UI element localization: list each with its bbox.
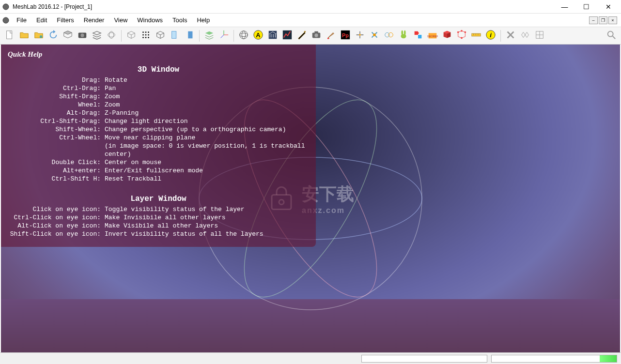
puzzle-icon [413, 30, 423, 42]
mdi-restore-button[interactable]: ❐ [599, 16, 607, 24]
menu-filters[interactable]: Filters [52, 15, 78, 26]
qh-key: Wheel: [8, 101, 105, 109]
svg-point-36 [373, 33, 376, 36]
svg-point-41 [404, 30, 406, 35]
register-icon [369, 30, 380, 42]
tool-knife[interactable] [295, 29, 309, 43]
tool-select-vert[interactable] [455, 29, 468, 43]
svg-rect-51 [472, 33, 481, 36]
tool-edit-wire[interactable] [518, 29, 532, 43]
tool-points[interactable] [139, 29, 153, 43]
svg-point-35 [359, 34, 361, 36]
qh-row: Shift-Wheel:Change perspective (up to a … [8, 125, 309, 134]
tool-select-face[interactable] [440, 29, 454, 43]
minimize-button[interactable]: — [554, 0, 575, 14]
tool-wireframe[interactable] [154, 29, 167, 43]
tool-import[interactable] [61, 29, 75, 43]
tool-paint[interactable] [324, 29, 338, 43]
tool-pp[interactable]: Pp [339, 29, 352, 43]
menu-render[interactable]: Render [79, 15, 109, 26]
menu-help[interactable]: Help [192, 15, 215, 26]
svg-point-39 [401, 34, 406, 38]
globe-icon [238, 30, 249, 42]
new-file-icon [4, 30, 15, 42]
toolbar-separator [199, 30, 200, 42]
qh-row: Shift-Click on eye icon:Invert visibilit… [8, 230, 309, 238]
close-button[interactable]: ✕ [597, 0, 619, 14]
svg-point-13 [148, 34, 149, 36]
svg-point-24 [242, 31, 245, 39]
mdi-close-button[interactable]: × [608, 16, 617, 24]
tool-globe[interactable] [237, 29, 250, 43]
tool-bbox[interactable] [124, 29, 138, 43]
tool-flat-shading[interactable] [183, 29, 196, 43]
menu-windows[interactable]: Windows [132, 15, 168, 26]
tool-info[interactable]: i [484, 29, 497, 43]
qh-key: Ctrl-Shift-Drag: [8, 117, 105, 125]
tool-layers2[interactable] [202, 29, 216, 43]
window-title: MeshLab 2016.12 - [Project_1] [13, 3, 554, 10]
tool-open-project[interactable] [32, 29, 46, 43]
open-folder-icon [19, 30, 30, 42]
svg-point-11 [142, 34, 144, 36]
edit-x-icon [505, 30, 516, 42]
tool-search[interactable] [605, 29, 618, 43]
tool-georef[interactable]: GEOREF [426, 29, 439, 43]
tool-pair[interactable] [382, 29, 396, 43]
tool-museum[interactable] [266, 29, 279, 43]
qh-value: (in image space: 0 is viewer position, 1… [105, 142, 309, 158]
qh-value: Reset Trackball [105, 175, 309, 183]
toolbar-separator [121, 30, 122, 42]
maximize-button[interactable]: ☐ [575, 0, 597, 14]
menu-file[interactable]: File [12, 15, 31, 26]
svg-point-9 [145, 31, 147, 33]
qh-key: Shift-Drag: [8, 92, 105, 101]
tool-puzzle[interactable] [411, 29, 425, 43]
qh-row: Wheel:Zoom [8, 101, 309, 109]
tool-axis[interactable] [217, 29, 231, 43]
tool-rabbit[interactable] [397, 29, 410, 43]
mdi-minimize-button[interactable]: – [589, 16, 598, 24]
tool-snapshot[interactable] [310, 29, 323, 43]
svg-point-44 [417, 32, 419, 34]
tool-register[interactable] [368, 29, 381, 43]
tool-layers[interactable] [90, 29, 104, 43]
svg-point-31 [314, 33, 318, 37]
viewport-3d[interactable]: 安下载 anxz.com Quick Help 3D WindowDrag:Ro… [1, 45, 620, 352]
tool-align[interactable] [353, 29, 367, 43]
qh-value: Center on mouse [105, 158, 309, 167]
qh-value: Make Invisibile all other layers [105, 213, 309, 222]
tool-edit-mesh[interactable] [533, 29, 546, 43]
svg-point-12 [145, 34, 147, 36]
quick-help-panel: Quick Help 3D WindowDrag:RotateCtrl-Drag… [1, 45, 316, 247]
qh-value: Move near clipping plane [105, 134, 309, 142]
svg-point-1 [3, 17, 9, 23]
svg-point-38 [388, 32, 393, 37]
tool-plot[interactable] [280, 29, 294, 43]
tool-new-file[interactable] [3, 29, 16, 43]
qh-row: Alt-Drag:Z-Panning [8, 109, 309, 117]
ruler-icon [471, 30, 481, 42]
svg-point-14 [142, 37, 144, 38]
menu-view[interactable]: View [109, 15, 132, 26]
svg-point-16 [148, 37, 149, 38]
tool-letter-a[interactable]: A [251, 29, 265, 43]
qh-value: Pan [105, 84, 309, 92]
tool-merge[interactable] [105, 29, 118, 43]
tool-camera[interactable] [76, 29, 89, 43]
tool-reload[interactable] [47, 29, 60, 43]
menu-app-icon [2, 16, 10, 24]
tool-fill-light[interactable] [168, 29, 182, 43]
tool-ruler[interactable] [469, 29, 483, 43]
tool-open-folder[interactable] [17, 29, 31, 43]
svg-rect-2 [7, 31, 12, 39]
svg-line-21 [221, 35, 224, 38]
menu-edit[interactable]: Edit [31, 15, 52, 26]
app-icon [2, 3, 10, 11]
tool-edit-x[interactable] [504, 29, 517, 43]
qh-key: Alt-Click on eye icon: [8, 222, 105, 230]
menu-tools[interactable]: Tools [168, 15, 192, 26]
camera-icon [77, 30, 88, 42]
window-controls: — ☐ ✕ [554, 0, 619, 14]
svg-rect-32 [314, 31, 318, 33]
